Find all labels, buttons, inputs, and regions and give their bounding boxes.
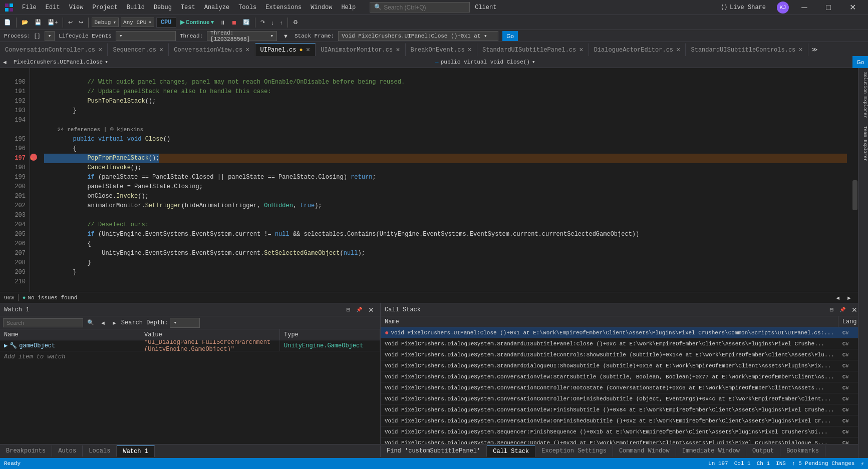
callstack-row-9[interactable]: Void PixelCrushers.DialogueSystem.Conver… <box>381 415 858 426</box>
minimize-button[interactable]: ─ <box>793 0 816 15</box>
callstack-row-5[interactable]: Void PixelCrushers.DialogueSystem.Conver… <box>381 371 858 382</box>
tab-close-uipanel[interactable]: × <box>306 46 310 54</box>
close-button[interactable]: ✕ <box>841 0 864 15</box>
search-depth-dropdown[interactable]: ▾ <box>170 318 200 328</box>
menu-analyze[interactable]: Analyze <box>200 2 233 13</box>
tab-uianimator[interactable]: UIAnimatorMonitor.cs × <box>316 43 405 56</box>
menu-file[interactable]: File <box>18 2 41 13</box>
tab-close-breakonevent[interactable]: × <box>468 46 472 54</box>
pause-btn[interactable]: ⏸ <box>218 19 227 27</box>
undo-btn[interactable]: ↩ <box>66 18 75 27</box>
cpu-dropdown[interactable]: Any CPU ▾ <box>121 18 154 27</box>
tab-callstack[interactable]: Call Stack <box>487 445 535 457</box>
watch-close-btn[interactable]: ✕ <box>366 306 376 314</box>
process-dropdown[interactable]: ▾ <box>45 31 55 41</box>
callstack-row-1[interactable]: ● Void PixelCrushers.UIPanel:Close ()+0x… <box>381 327 858 338</box>
tab-close-conversation-view[interactable]: × <box>245 46 249 54</box>
new-project-btn[interactable]: 📄 <box>2 18 13 27</box>
callstack-float-btn[interactable]: ⊟ <box>827 306 835 314</box>
scroll-thumb[interactable] <box>852 180 857 210</box>
save-all-btn[interactable]: 💾+ <box>46 18 60 27</box>
tab-locals[interactable]: Locals <box>83 445 117 456</box>
tab-output[interactable]: Output <box>746 445 780 456</box>
callstack-row-8[interactable]: Void PixelCrushers.DialogueSystem.Conver… <box>381 404 858 415</box>
thread-dropdown[interactable]: Thread: [1203285568] ▾ <box>207 31 277 41</box>
nav-back-button[interactable]: ◄ <box>0 59 10 65</box>
callstack-row-11[interactable]: Void PixelCrushers.DialogueSystem.Sequen… <box>381 437 858 444</box>
tab-find-customsubtitlepanel[interactable]: Find 'customSubtitlePanel' <box>381 445 487 456</box>
restart-btn[interactable]: 🔄 <box>241 18 252 27</box>
tab-breakonevent[interactable]: BreakOnEvent.cs × <box>406 43 477 56</box>
menu-project[interactable]: Project <box>88 2 121 13</box>
search-box[interactable]: 🔍 <box>370 2 470 13</box>
watch-pin-btn[interactable]: 📌 <box>354 306 364 314</box>
menu-extensions[interactable]: Extensions <box>261 2 306 13</box>
step-into-btn[interactable]: ↓ <box>269 19 276 27</box>
stack-frame-dropdown[interactable]: Void PixelCrushers.UIPanel:Close ()+0x1 … <box>338 31 498 41</box>
tab-close-standardui[interactable]: × <box>579 46 583 54</box>
callstack-row-3[interactable]: Void PixelCrushers.DialogueSystem.Standa… <box>381 349 858 360</box>
code-content[interactable]: ⚠ // With quick panel changes, panel may… <box>30 68 851 292</box>
editor-scrollbar[interactable] <box>851 68 858 292</box>
open-file-btn[interactable]: 📂 <box>20 18 31 27</box>
tab-command-window[interactable]: Command Window <box>613 445 676 456</box>
menu-test[interactable]: Test <box>177 2 199 13</box>
callstack-close-btn[interactable]: ✕ <box>849 306 858 314</box>
method-selector[interactable]: → public virtual void Close() ▾ <box>431 59 852 65</box>
solution-explorer-icon[interactable]: Solution Explorer <box>858 68 869 122</box>
watch-nav-back[interactable]: ◄ <box>98 319 108 327</box>
prev-error-btn[interactable]: ◄ <box>833 294 842 302</box>
tab-immediate-window[interactable]: Immediate Window <box>676 445 746 456</box>
menu-tools[interactable]: Tools <box>234 2 260 13</box>
thread-filter-btn[interactable]: ▼ <box>281 32 291 40</box>
tab-conversation-view[interactable]: ConversationView.cs × <box>169 43 255 56</box>
callstack-row-10[interactable]: Void PixelCrushers.DialogueSystem.Sequen… <box>381 426 858 437</box>
watch-float-btn[interactable]: ⊟ <box>344 306 352 314</box>
tab-close-sequencer[interactable]: × <box>159 46 163 54</box>
tabs-overflow-button[interactable]: ≫ <box>808 43 821 56</box>
menu-view[interactable]: View <box>65 2 88 13</box>
callstack-row-2[interactable]: Void PixelCrushers.DialogueSystem.Standa… <box>381 338 858 349</box>
user-avatar[interactable]: KJ <box>777 2 789 14</box>
watch-row-1[interactable]: ▶ 🔧 gameObject "UI_DialogPanel FullScree… <box>0 340 380 351</box>
go-button[interactable]: Go <box>502 31 518 41</box>
menu-help[interactable]: Help <box>337 2 360 13</box>
tab-autos[interactable]: Autos <box>52 445 83 456</box>
next-error-btn[interactable]: ► <box>844 294 854 302</box>
watch-search-input[interactable] <box>3 318 83 327</box>
code-editor[interactable]: 190 191 192 193 194 195 196 197 198 199 … <box>0 68 858 292</box>
tab-close-uianimator[interactable]: × <box>396 46 400 54</box>
tab-bookmarks[interactable]: Bookmarks <box>780 445 825 456</box>
watch-search-btn[interactable]: 🔍 <box>85 318 96 327</box>
live-share-button[interactable]: ⟨⟩ Live Share <box>721 4 766 11</box>
callstack-row-7[interactable]: Void PixelCrushers.DialogueSystem.Conver… <box>381 393 858 404</box>
debug-config-dropdown[interactable]: Debug ▾ <box>92 18 119 27</box>
tab-standarduisubtitlepanel[interactable]: StandardUISubtitlePanel.cs × <box>477 43 589 56</box>
hot-reload-btn[interactable]: ♻ <box>291 18 300 27</box>
stop-btn[interactable]: ⏹ <box>229 19 239 27</box>
tab-uipanel[interactable]: UIPanel.cs ● × <box>255 43 316 56</box>
search-input[interactable] <box>384 4 454 11</box>
menu-edit[interactable]: Edit <box>42 2 64 13</box>
add-watch-hint[interactable]: Add item to watch <box>0 351 380 362</box>
tab-close-dialogueactor[interactable]: × <box>676 46 680 54</box>
tab-dialogueactor[interactable]: DialogueActorEditor.cs × <box>589 43 686 56</box>
step-over-btn[interactable]: ↷ <box>258 18 267 27</box>
callstack-row-4[interactable]: Void PixelCrushers.DialogueSystem.Standa… <box>381 360 858 371</box>
tab-watch1[interactable]: Watch 1 <box>117 445 154 457</box>
redo-btn[interactable]: ↪ <box>77 18 85 27</box>
nav-go-button[interactable]: Go <box>852 56 868 68</box>
callstack-pin-btn[interactable]: 📌 <box>837 306 847 314</box>
menu-build[interactable]: Build <box>123 2 149 13</box>
tab-close-conversation-controller[interactable]: × <box>98 46 102 54</box>
tab-breakpoints[interactable]: Breakpoints <box>0 445 52 456</box>
save-btn[interactable]: 💾 <box>33 18 44 27</box>
tab-sequencer[interactable]: Sequencer.cs × <box>108 43 169 56</box>
expand-icon[interactable]: ▶ <box>4 342 8 349</box>
team-explorer-icon[interactable]: Team Explorer <box>858 122 869 165</box>
tab-conversation-controller[interactable]: ConversationController.cs × <box>0 43 108 56</box>
menu-window[interactable]: Window <box>307 2 336 13</box>
maximize-button[interactable]: □ <box>817 0 840 15</box>
class-selector[interactable]: PixelCrushers.UIPanel.Close ▾ <box>10 59 431 65</box>
menu-debug[interactable]: Debug <box>150 2 176 13</box>
